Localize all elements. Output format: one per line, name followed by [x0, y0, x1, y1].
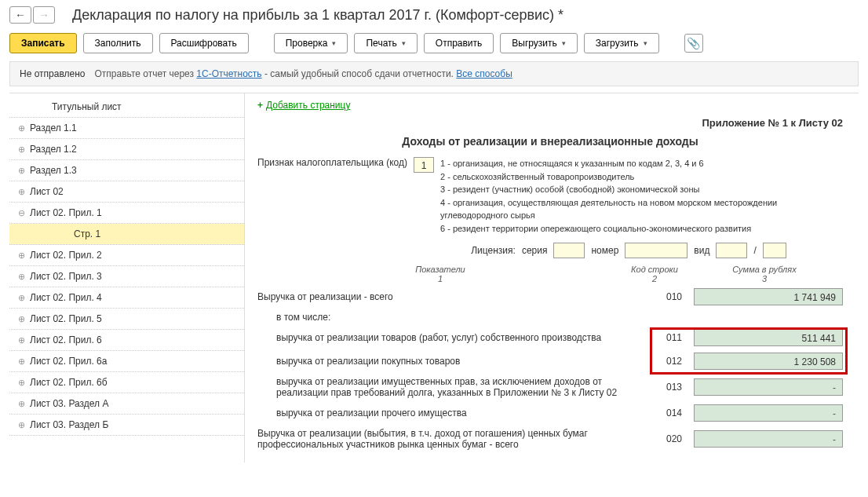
print-button[interactable]: Печать: [354, 33, 417, 53]
tree-item[interactable]: ⊕Раздел 1.1: [9, 118, 244, 139]
tree-item[interactable]: ⊕Лист 02. Прил. 6: [9, 330, 244, 351]
appendix-label: Приложение № 1 к Листу 02: [257, 117, 843, 129]
decrypt-button[interactable]: Расшифровать: [159, 33, 249, 53]
tree-item[interactable]: ⊕Лист 02. Прил. 4: [9, 287, 244, 309]
tree-item-label: Лист 02. Прил. 2: [30, 250, 102, 261]
row-label: выручка от реализации прочего имущества: [257, 407, 655, 418]
attach-button[interactable]: 📎: [684, 34, 703, 53]
tree-item-label: Лист 02. Прил. 5: [30, 313, 102, 324]
taxpayer-label: Признак налогоплательщика (код): [257, 157, 407, 168]
collapse-icon[interactable]: ⊖: [16, 207, 27, 218]
tree-item-label: Лист 02: [30, 186, 64, 197]
paperclip-icon: 📎: [687, 37, 700, 49]
tree-item[interactable]: ⊕Лист 02. Прил. 6а: [9, 351, 244, 372]
tree-item[interactable]: ⊕Лист 02. Прил. 3: [9, 266, 244, 287]
table-headers: Показатели1 Код строки2 Сумма в рублях3: [257, 265, 843, 283]
row-value-input[interactable]: 1 741 949: [694, 288, 843, 305]
tree-item[interactable]: ⊕Лист 02. Прил. 6б: [9, 372, 244, 393]
tree-item-label: Титульный лист: [52, 101, 122, 112]
nav-back-button[interactable]: ←: [9, 6, 31, 24]
expand-icon[interactable]: ⊕: [16, 334, 27, 345]
tree-item[interactable]: ⊕Раздел 1.2: [9, 139, 244, 160]
sidebar-tree: ⊕Титульный лист⊕Раздел 1.1⊕Раздел 1.2⊕Ра…: [9, 93, 245, 462]
tree-item-label: Стр. 1: [74, 228, 100, 239]
row-label: выручка от реализации покупных товаров: [257, 356, 655, 367]
row-value-input[interactable]: 1 230 508: [694, 353, 843, 370]
expand-icon[interactable]: ⊕: [16, 122, 27, 133]
tree-item-label: Раздел 1.2: [30, 144, 77, 155]
expand-icon[interactable]: ⊕: [16, 356, 27, 367]
tree-item-label: Лист 02. Прил. 6: [30, 334, 102, 345]
page-title: Декларация по налогу на прибыль за 1 ква…: [63, 7, 859, 24]
fill-button[interactable]: Заполнить: [83, 33, 153, 53]
tree-item[interactable]: ⊖Лист 02. Прил. 1: [9, 203, 244, 224]
tree-item-label: Раздел 1.1: [30, 122, 77, 133]
nav-forward-button: →: [33, 6, 55, 24]
tree-item-label: Раздел 1.3: [30, 165, 77, 176]
expand-icon[interactable]: ⊕: [16, 377, 27, 388]
expand-icon[interactable]: ⊕: [16, 292, 27, 303]
tree-item[interactable]: ⊕Раздел 1.3: [9, 160, 244, 181]
expand-icon[interactable]: ⊕: [16, 250, 27, 261]
expand-icon[interactable]: ⊕: [16, 165, 27, 176]
export-button[interactable]: Выгрузить: [500, 33, 578, 53]
status-bar: Не отправлено Отправьте отчет через 1С-О…: [9, 61, 859, 86]
expand-icon[interactable]: ⊕: [16, 144, 27, 155]
row-value-input[interactable]: [694, 430, 843, 448]
row-code: 012: [655, 356, 694, 367]
tree-item[interactable]: ⊕Лист 03. Раздел Б: [9, 415, 244, 436]
data-row: выручка от реализации прочего имущества0…: [257, 404, 843, 422]
tree-item-label: Лист 03. Раздел А: [30, 398, 108, 409]
tree-item[interactable]: ⊕Титульный лист: [9, 97, 244, 118]
link-all-methods[interactable]: Все способы: [456, 68, 512, 79]
row-code: 011: [655, 332, 694, 343]
tree-item-label: Лист 02. Прил. 4: [30, 292, 102, 303]
data-row: в том числе:: [257, 312, 843, 323]
data-row: Выручка от реализации (выбытия, в т.ч. д…: [257, 428, 843, 450]
row-code: 010: [655, 291, 694, 302]
row-label: Выручка от реализации - всего: [257, 291, 655, 302]
license-num-input[interactable]: [625, 243, 687, 258]
tree-item-label: Лист 03. Раздел Б: [30, 419, 108, 430]
check-button[interactable]: Проверка: [274, 33, 348, 53]
row-label: выручка от реализации товаров (работ, ус…: [257, 332, 655, 343]
expand-icon[interactable]: ⊕: [16, 186, 27, 197]
expand-icon[interactable]: ⊕: [16, 419, 27, 430]
license-row: Лицензия: серия номер вид /: [257, 243, 843, 258]
tree-item-label: Лист 02. Прил. 6б: [30, 377, 108, 388]
taxpayer-code-hints: 1 - организация, не относящаяся к указан…: [440, 157, 843, 235]
toolbar: Записать Заполнить Расшифровать Проверка…: [9, 33, 859, 53]
data-row: выручка от реализации товаров (работ, ус…: [257, 329, 843, 346]
status-not-sent: Не отправлено: [20, 68, 86, 79]
tree-item-label: Лист 02. Прил. 1: [30, 207, 102, 218]
add-page-link[interactable]: + Добавить страницу: [257, 100, 843, 111]
expand-icon[interactable]: ⊕: [16, 271, 27, 282]
status-hint: Отправьте отчет через 1С-Отчетность - са…: [95, 68, 512, 79]
row-label: выручка от реализации имущественных прав…: [257, 376, 655, 398]
taxpayer-code-input[interactable]: 1: [414, 157, 434, 173]
row-value-input[interactable]: 511 441: [694, 329, 843, 346]
tree-item-label: Лист 02. Прил. 6а: [30, 356, 107, 367]
expand-icon[interactable]: ⊕: [16, 313, 27, 324]
license-seria-input[interactable]: [553, 243, 585, 258]
content-area: + Добавить страницу Приложение № 1 к Лис…: [245, 93, 859, 462]
row-value-input[interactable]: [694, 404, 843, 422]
tree-item[interactable]: ⊕Лист 03. Раздел А: [9, 393, 244, 415]
expand-icon[interactable]: ⊕: [16, 398, 27, 409]
data-row: выручка от реализации покупных товаров01…: [257, 353, 843, 370]
send-button[interactable]: Отправить: [424, 33, 494, 53]
link-1c-report[interactable]: 1С-Отчетность: [196, 68, 261, 79]
plus-icon: +: [257, 100, 263, 111]
tree-item-label: Лист 02. Прил. 3: [30, 271, 102, 282]
tree-item[interactable]: ⊕Лист 02. Прил. 5: [9, 309, 244, 330]
row-code: 020: [655, 433, 694, 444]
tree-item[interactable]: ⊕Стр. 1: [9, 224, 244, 245]
license-vid-input[interactable]: [716, 243, 747, 258]
license-date-input[interactable]: [763, 243, 786, 258]
tree-item[interactable]: ⊕Лист 02. Прил. 2: [9, 245, 244, 266]
data-row: выручка от реализации имущественных прав…: [257, 376, 843, 398]
save-button[interactable]: Записать: [9, 33, 77, 53]
import-button[interactable]: Загрузить: [584, 33, 659, 53]
tree-item[interactable]: ⊕Лист 02: [9, 181, 244, 203]
row-value-input[interactable]: [694, 378, 843, 396]
